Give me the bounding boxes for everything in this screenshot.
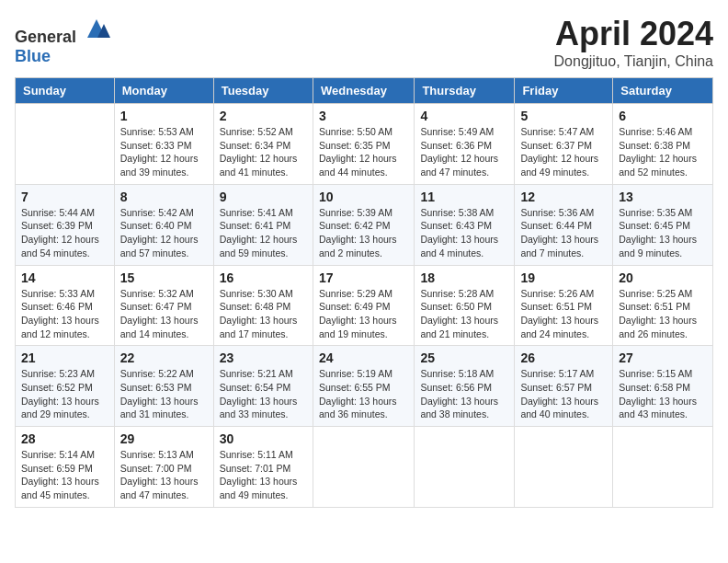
calendar-cell: 23Sunrise: 5:21 AM Sunset: 6:54 PM Dayli… — [213, 346, 313, 427]
calendar-cell: 17Sunrise: 5:29 AM Sunset: 6:49 PM Dayli… — [313, 265, 414, 346]
day-number: 13 — [619, 190, 707, 204]
calendar-week-row: 7Sunrise: 5:44 AM Sunset: 6:39 PM Daylig… — [16, 184, 713, 265]
title-area: April 2024 Dongjituo, Tianjin, China — [554, 15, 713, 70]
calendar-cell: 6Sunrise: 5:46 AM Sunset: 6:38 PM Daylig… — [613, 104, 713, 185]
day-info: Sunrise: 5:23 AM Sunset: 6:52 PM Dayligh… — [21, 367, 108, 421]
day-info: Sunrise: 5:13 AM Sunset: 7:00 PM Dayligh… — [120, 448, 208, 502]
day-number: 22 — [120, 350, 208, 365]
calendar-cell: 21Sunrise: 5:23 AM Sunset: 6:52 PM Dayli… — [16, 346, 115, 427]
calendar-cell — [313, 427, 414, 508]
day-number: 25 — [420, 350, 508, 365]
calendar-week-row: 28Sunrise: 5:14 AM Sunset: 6:59 PM Dayli… — [16, 427, 713, 508]
weekday-header: Wednesday — [313, 78, 414, 104]
day-number: 19 — [520, 270, 607, 285]
day-info: Sunrise: 5:18 AM Sunset: 6:56 PM Dayligh… — [420, 367, 508, 421]
logo: General Blue — [15, 15, 110, 66]
day-number: 18 — [420, 270, 508, 285]
weekday-header: Friday — [515, 78, 613, 104]
month-title: April 2024 — [554, 15, 713, 53]
calendar-cell: 15Sunrise: 5:32 AM Sunset: 6:47 PM Dayli… — [114, 265, 213, 346]
day-number: 8 — [120, 190, 208, 204]
calendar-cell — [613, 427, 713, 508]
day-number: 14 — [21, 270, 108, 285]
day-number: 12 — [520, 190, 607, 204]
weekday-header: Tuesday — [213, 78, 313, 104]
day-number: 10 — [319, 190, 408, 204]
calendar-cell: 14Sunrise: 5:33 AM Sunset: 6:46 PM Dayli… — [16, 265, 115, 346]
calendar-cell: 2Sunrise: 5:52 AM Sunset: 6:34 PM Daylig… — [213, 104, 313, 185]
weekday-header: Monday — [114, 78, 213, 104]
day-number: 24 — [319, 350, 408, 365]
logo-icon — [83, 15, 110, 42]
calendar-cell: 13Sunrise: 5:35 AM Sunset: 6:45 PM Dayli… — [613, 184, 713, 265]
day-info: Sunrise: 5:44 AM Sunset: 6:39 PM Dayligh… — [21, 206, 108, 260]
calendar-cell — [515, 427, 613, 508]
calendar-cell: 10Sunrise: 5:39 AM Sunset: 6:42 PM Dayli… — [313, 184, 414, 265]
day-info: Sunrise: 5:32 AM Sunset: 6:47 PM Dayligh… — [120, 287, 208, 341]
day-number: 16 — [220, 270, 307, 285]
day-number: 28 — [21, 431, 108, 446]
calendar-cell: 27Sunrise: 5:15 AM Sunset: 6:58 PM Dayli… — [613, 346, 713, 427]
day-info: Sunrise: 5:11 AM Sunset: 7:01 PM Dayligh… — [220, 448, 307, 502]
day-info: Sunrise: 5:52 AM Sunset: 6:34 PM Dayligh… — [220, 125, 307, 179]
day-info: Sunrise: 5:41 AM Sunset: 6:41 PM Dayligh… — [220, 206, 307, 260]
calendar-cell: 16Sunrise: 5:30 AM Sunset: 6:48 PM Dayli… — [213, 265, 313, 346]
day-number: 26 — [520, 350, 607, 365]
day-info: Sunrise: 5:25 AM Sunset: 6:51 PM Dayligh… — [619, 287, 707, 341]
day-info: Sunrise: 5:39 AM Sunset: 6:42 PM Dayligh… — [319, 206, 408, 260]
calendar-cell: 24Sunrise: 5:19 AM Sunset: 6:55 PM Dayli… — [313, 346, 414, 427]
day-info: Sunrise: 5:17 AM Sunset: 6:57 PM Dayligh… — [520, 367, 607, 421]
day-number: 29 — [120, 431, 208, 446]
day-info: Sunrise: 5:26 AM Sunset: 6:51 PM Dayligh… — [520, 287, 607, 341]
day-number: 17 — [319, 270, 408, 285]
day-info: Sunrise: 5:47 AM Sunset: 6:37 PM Dayligh… — [520, 125, 607, 179]
logo-text: General Blue — [15, 15, 110, 66]
logo-blue: Blue — [15, 47, 51, 65]
day-info: Sunrise: 5:14 AM Sunset: 6:59 PM Dayligh… — [21, 448, 108, 502]
day-number: 27 — [619, 350, 707, 365]
day-info: Sunrise: 5:22 AM Sunset: 6:53 PM Dayligh… — [120, 367, 208, 421]
day-info: Sunrise: 5:42 AM Sunset: 6:40 PM Dayligh… — [120, 206, 208, 260]
calendar-cell — [415, 427, 515, 508]
day-info: Sunrise: 5:38 AM Sunset: 6:43 PM Dayligh… — [420, 206, 508, 260]
calendar-cell: 12Sunrise: 5:36 AM Sunset: 6:44 PM Dayli… — [515, 184, 613, 265]
day-info: Sunrise: 5:53 AM Sunset: 6:33 PM Dayligh… — [120, 125, 208, 179]
day-info: Sunrise: 5:36 AM Sunset: 6:44 PM Dayligh… — [520, 206, 607, 260]
day-number: 2 — [220, 109, 307, 123]
calendar-cell: 22Sunrise: 5:22 AM Sunset: 6:53 PM Dayli… — [114, 346, 213, 427]
calendar-cell: 26Sunrise: 5:17 AM Sunset: 6:57 PM Dayli… — [515, 346, 613, 427]
day-number: 5 — [520, 109, 607, 123]
day-info: Sunrise: 5:19 AM Sunset: 6:55 PM Dayligh… — [319, 367, 408, 421]
calendar-cell: 29Sunrise: 5:13 AM Sunset: 7:00 PM Dayli… — [114, 427, 213, 508]
calendar-cell: 5Sunrise: 5:47 AM Sunset: 6:37 PM Daylig… — [515, 104, 613, 185]
day-info: Sunrise: 5:49 AM Sunset: 6:36 PM Dayligh… — [420, 125, 508, 179]
weekday-header: Saturday — [613, 78, 713, 104]
weekday-header: Thursday — [415, 78, 515, 104]
calendar-cell: 20Sunrise: 5:25 AM Sunset: 6:51 PM Dayli… — [613, 265, 713, 346]
calendar-cell: 7Sunrise: 5:44 AM Sunset: 6:39 PM Daylig… — [16, 184, 115, 265]
day-number: 9 — [220, 190, 307, 204]
day-number: 7 — [21, 190, 108, 204]
calendar-cell: 18Sunrise: 5:28 AM Sunset: 6:50 PM Dayli… — [415, 265, 515, 346]
day-info: Sunrise: 5:50 AM Sunset: 6:35 PM Dayligh… — [319, 125, 408, 179]
calendar-cell: 3Sunrise: 5:50 AM Sunset: 6:35 PM Daylig… — [313, 104, 414, 185]
calendar-cell: 30Sunrise: 5:11 AM Sunset: 7:01 PM Dayli… — [213, 427, 313, 508]
day-info: Sunrise: 5:29 AM Sunset: 6:49 PM Dayligh… — [319, 287, 408, 341]
day-info: Sunrise: 5:33 AM Sunset: 6:46 PM Dayligh… — [21, 287, 108, 341]
day-info: Sunrise: 5:21 AM Sunset: 6:54 PM Dayligh… — [220, 367, 307, 421]
day-number: 30 — [220, 431, 307, 446]
logo-general: General — [15, 28, 76, 46]
calendar-week-row: 1Sunrise: 5:53 AM Sunset: 6:33 PM Daylig… — [16, 104, 713, 185]
day-info: Sunrise: 5:30 AM Sunset: 6:48 PM Dayligh… — [220, 287, 307, 341]
page-header: General Blue April 2024 Dongjituo, Tianj… — [15, 15, 713, 70]
calendar-week-row: 14Sunrise: 5:33 AM Sunset: 6:46 PM Dayli… — [16, 265, 713, 346]
day-number: 20 — [619, 270, 707, 285]
day-number: 1 — [120, 109, 208, 123]
calendar-cell: 8Sunrise: 5:42 AM Sunset: 6:40 PM Daylig… — [114, 184, 213, 265]
calendar-cell — [16, 104, 115, 185]
calendar-week-row: 21Sunrise: 5:23 AM Sunset: 6:52 PM Dayli… — [16, 346, 713, 427]
day-number: 15 — [120, 270, 208, 285]
day-number: 4 — [420, 109, 508, 123]
calendar-cell: 19Sunrise: 5:26 AM Sunset: 6:51 PM Dayli… — [515, 265, 613, 346]
calendar-table: SundayMondayTuesdayWednesdayThursdayFrid… — [15, 77, 713, 508]
